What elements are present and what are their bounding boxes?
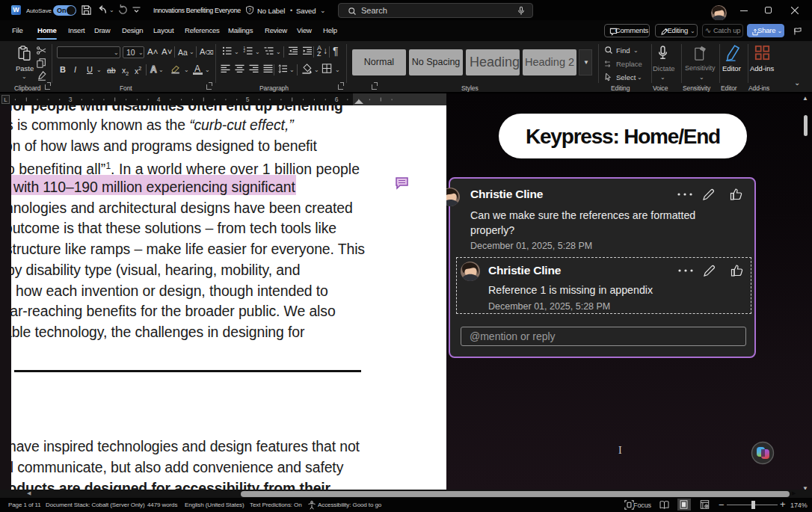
svg-text:2: 2 <box>244 49 246 53</box>
svg-text:5: 5 <box>246 96 250 103</box>
svg-text:3: 3 <box>69 96 73 103</box>
svg-text:6: 6 <box>335 96 339 103</box>
svg-text:?: ? <box>248 7 251 13</box>
svg-text:4: 4 <box>157 96 161 103</box>
